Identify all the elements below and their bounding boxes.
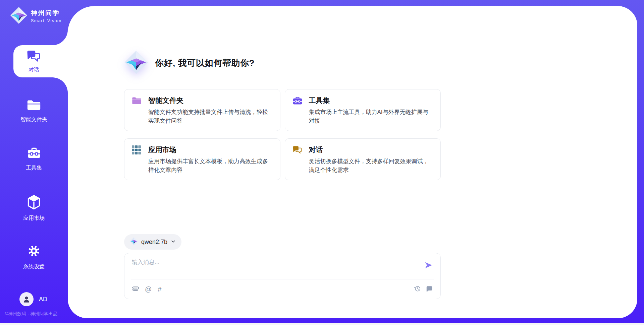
sidebar-item-label: 系统设置 [0, 263, 68, 270]
chevron-down-icon [171, 239, 176, 245]
card-description: 应用市场提供丰富长文本模板，助力高效生成多样化文章内容 [148, 157, 273, 175]
tab-flare-bottom [52, 77, 68, 93]
card-title: 智能文件夹 [148, 96, 273, 105]
sidebar-item-chat[interactable]: 对话 [13, 45, 68, 77]
card-title: 工具集 [309, 96, 433, 105]
gear-icon [26, 254, 41, 259]
message-composer: @ # [124, 253, 441, 299]
sidebar-item-tools[interactable]: 工具集 [0, 147, 68, 172]
sidebar-item-label: 智能文件夹 [0, 116, 68, 123]
history-icon [414, 285, 421, 293]
card-smart-folders[interactable]: 智能文件夹 智能文件夹功能支持批量文件上传与清洗，轻松实现文件问答 [124, 89, 280, 131]
model-logo-icon [130, 237, 138, 247]
send-icon [424, 265, 433, 270]
sidebar-item-apps[interactable]: 应用市场 [0, 195, 68, 222]
folder-icon [132, 96, 142, 124]
history-button[interactable] [414, 285, 421, 293]
tab-flare-top [52, 30, 68, 45]
toolbox-icon [27, 155, 41, 160]
sidebar-item-settings[interactable]: 系统设置 [0, 244, 68, 270]
greeting-title: 你好, 我可以如何帮助你? [155, 57, 255, 69]
model-name: qwen2:7b [141, 239, 167, 246]
grid-icon [132, 145, 142, 174]
user-profile[interactable]: AD [19, 292, 47, 306]
brand-logo-icon [10, 7, 28, 25]
avatar [19, 292, 34, 306]
card-title: 应用市场 [148, 145, 273, 154]
folder-icon [27, 107, 41, 112]
assistant-logo-icon [124, 50, 148, 76]
toolbox-icon [292, 96, 303, 124]
card-description: 集成市场上主流工具，助力AI与外界无缝扩展与对接 [309, 108, 433, 125]
brand-subtitle: Smart Vision [31, 18, 62, 23]
conversation-button[interactable] [426, 285, 433, 293]
card-description: 智能文件夹功能支持批量文件上传与清洗，轻松实现文件问答 [148, 108, 273, 125]
cube-icon [27, 205, 41, 211]
message-input[interactable] [132, 258, 420, 277]
horizontal-scrollbar[interactable] [0, 323, 644, 325]
topic-button[interactable]: # [158, 286, 161, 292]
mention-button[interactable]: @ [145, 286, 152, 292]
chat-icon [292, 145, 303, 174]
attach-file-button[interactable] [132, 285, 139, 293]
chat-bubble-icon [426, 285, 433, 293]
paperclip-icon [132, 285, 139, 293]
copyright-text: ©神州数码 · 神州问学出品 [5, 311, 57, 317]
chat-icon [26, 50, 41, 64]
main-content: 你好, 我可以如何帮助你? 智能文件夹 智能文件夹功能支持批量文件上传与清洗，轻… [124, 0, 441, 299]
user-name: AD [39, 296, 47, 303]
greeting: 你好, 我可以如何帮助你? [124, 50, 441, 76]
card-app-market[interactable]: 应用市场 应用市场提供丰富长文本模板，助力高效生成多样化文章内容 [124, 138, 280, 180]
sidebar-item-folders[interactable]: 智能文件夹 [0, 99, 68, 123]
card-toolset[interactable]: 工具集 集成市场上主流工具，助力AI与外界无缝扩展与对接 [285, 89, 441, 131]
at-icon: @ [145, 286, 152, 292]
sidebar-item-label: 应用市场 [0, 215, 68, 222]
brand-name: 神州问学 [31, 9, 60, 16]
card-description: 灵活切换多模型文件，支持多样回复效果调试，满足个性化需求 [309, 157, 433, 175]
brand: 神州问学 Smart Vision [10, 7, 68, 25]
hash-icon: # [158, 286, 161, 292]
sidebar-item-label: 工具集 [0, 165, 68, 172]
card-title: 对话 [309, 145, 433, 154]
model-selector[interactable]: qwen2:7b [124, 234, 181, 250]
sidebar-item-label: 对话 [29, 66, 39, 73]
card-chat[interactable]: 对话 灵活切换多模型文件，支持多样回复效果调试，满足个性化需求 [285, 138, 441, 180]
app-root: 神州问学 Smart Vision 对话 智能文件夹 [0, 0, 644, 325]
sidebar: 神州问学 Smart Vision 对话 智能文件夹 [0, 0, 68, 325]
feature-cards: 智能文件夹 智能文件夹功能支持批量文件上传与清洗，轻松实现文件问答 工具集 [124, 89, 441, 180]
send-button[interactable] [424, 261, 433, 270]
